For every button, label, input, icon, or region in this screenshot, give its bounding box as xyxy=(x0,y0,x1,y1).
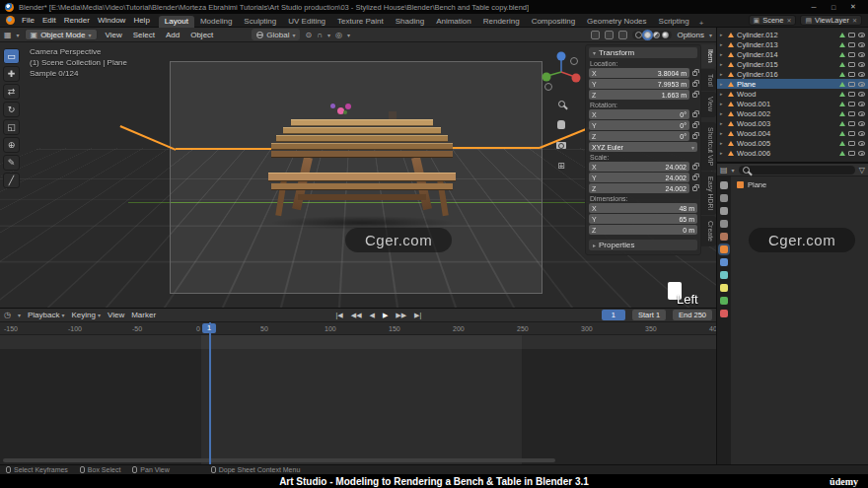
properties-search-field[interactable] xyxy=(739,166,855,174)
show-gizmo-toggle[interactable] xyxy=(591,31,600,39)
hide-in-viewport-icon[interactable] xyxy=(858,82,865,87)
outliner-row[interactable]: ▸Wood xyxy=(717,89,868,99)
outliner-row[interactable]: ▸Wood.002 xyxy=(717,108,868,118)
camera-view-icon[interactable] xyxy=(555,139,567,151)
select-box-tool[interactable]: ▭ xyxy=(3,48,20,64)
lock-icon[interactable] xyxy=(692,123,697,128)
outliner-row[interactable]: ▸Cylinder.015 xyxy=(717,59,868,69)
disable-in-render-icon[interactable] xyxy=(848,151,855,156)
add-workspace-button[interactable]: + xyxy=(695,19,708,28)
viewlayer-selector[interactable]: ▤ ViewLayer ✕ xyxy=(800,15,862,26)
frame-end-field[interactable]: End 250 xyxy=(673,310,712,320)
viewport-3d[interactable]: Camera Perspective (1) Scene Collection … xyxy=(0,42,716,308)
perspective-toggle-icon[interactable]: ⊞ xyxy=(555,160,567,172)
timeline-scrollbar[interactable] xyxy=(3,458,555,462)
cursor-tool[interactable]: ✚ xyxy=(3,66,20,82)
hide-in-viewport-icon[interactable] xyxy=(858,72,865,77)
disable-in-render-icon[interactable] xyxy=(848,62,855,67)
lock-icon[interactable] xyxy=(692,93,697,98)
timeline-editor-icon[interactable]: ◷ xyxy=(4,311,11,319)
lock-icon[interactable] xyxy=(692,186,697,191)
blender-app-icon[interactable] xyxy=(6,16,15,25)
hide-in-viewport-icon[interactable] xyxy=(858,121,865,126)
outliner-row-active[interactable]: ▸Plane xyxy=(717,79,868,89)
menu-select[interactable]: Select xyxy=(130,31,158,39)
options-label[interactable]: Options xyxy=(677,31,704,39)
sidebar-tab-view[interactable]: View xyxy=(701,92,716,116)
disable-in-render-icon[interactable] xyxy=(848,33,855,37)
navigation-gizmo[interactable] xyxy=(539,49,584,95)
menu-marker[interactable]: Marker xyxy=(131,311,156,319)
lock-icon[interactable] xyxy=(692,71,697,76)
menu-window[interactable]: Window xyxy=(94,16,129,25)
lock-icon[interactable] xyxy=(692,165,697,170)
rotation-z-field[interactable]: Z0° xyxy=(589,131,689,141)
dimension-x-field[interactable]: X48 m xyxy=(589,203,697,213)
object-properties-tab-icon[interactable] xyxy=(720,245,728,253)
menu-view[interactable]: View xyxy=(103,31,125,39)
disable-in-render-icon[interactable] xyxy=(848,92,855,97)
tab-modeling[interactable]: Modeling xyxy=(194,16,238,28)
show-overlays-toggle[interactable] xyxy=(605,31,614,39)
tab-compositing[interactable]: Compositing xyxy=(526,16,581,28)
maximize-icon[interactable]: □ xyxy=(824,0,843,14)
disable-in-render-icon[interactable] xyxy=(848,131,855,136)
disable-in-render-icon[interactable] xyxy=(848,102,855,106)
scene-properties-tab-icon[interactable] xyxy=(720,220,728,228)
outliner-row[interactable]: ▸Wood.003 xyxy=(717,118,868,128)
orientation-selector[interactable]: Global ▾ xyxy=(252,29,300,40)
rotate-tool[interactable]: ↻ xyxy=(3,102,20,117)
hide-in-viewport-icon[interactable] xyxy=(858,131,865,136)
disable-in-render-icon[interactable] xyxy=(848,82,855,87)
scale-tool[interactable]: ◱ xyxy=(3,119,20,135)
jump-to-end-button[interactable]: ▶| xyxy=(412,312,423,319)
pan-hand-icon[interactable] xyxy=(555,118,567,130)
outliner-row[interactable]: ▸Wood.004 xyxy=(717,128,868,138)
location-z-field[interactable]: Z1.663 m xyxy=(589,90,689,100)
material-properties-tab-icon[interactable] xyxy=(720,310,728,317)
hide-in-viewport-icon[interactable] xyxy=(858,33,865,37)
editor-type-icon[interactable]: ▦ xyxy=(4,31,12,39)
render-properties-tab-icon[interactable] xyxy=(720,181,728,189)
rotation-mode-dropdown[interactable]: XYZ Euler▾ xyxy=(589,142,697,152)
lock-icon[interactable] xyxy=(692,112,697,117)
snap-caret-icon[interactable]: ▾ xyxy=(327,32,330,38)
world-properties-tab-icon[interactable] xyxy=(720,233,728,241)
minimize-icon[interactable]: ─ xyxy=(804,0,824,14)
outliner-row[interactable]: ▸Cylinder.014 xyxy=(717,49,868,59)
wireframe-shading-icon[interactable] xyxy=(635,32,642,38)
play-reverse-button[interactable]: ◀ xyxy=(368,312,377,319)
properties-editor-icon[interactable]: ▤ xyxy=(720,166,728,174)
outliner-row[interactable]: ▸Cylinder.012 xyxy=(717,30,868,39)
outliner-row[interactable]: ▸Wood.006 xyxy=(717,148,868,158)
disable-in-render-icon[interactable] xyxy=(848,121,855,126)
viewlayer-properties-tab-icon[interactable] xyxy=(720,207,728,215)
sidebar-tab-shortcut-vip[interactable]: Shortcut VIP xyxy=(701,122,716,171)
play-button[interactable]: ▶ xyxy=(381,312,390,319)
scale-y-field[interactable]: Y24.002 xyxy=(589,173,689,182)
lock-icon[interactable] xyxy=(692,82,697,87)
current-frame-field[interactable]: 1 xyxy=(602,310,625,320)
move-tool[interactable]: ⇄ xyxy=(3,84,20,100)
disable-in-render-icon[interactable] xyxy=(848,111,855,116)
options-caret-icon[interactable]: ▾ xyxy=(709,32,712,38)
snap-magnet-icon[interactable]: ∩ xyxy=(317,31,323,39)
hide-in-viewport-icon[interactable] xyxy=(858,62,865,67)
current-frame-marker[interactable]: 1 xyxy=(202,323,216,333)
hide-in-viewport-icon[interactable] xyxy=(858,52,865,57)
tab-scripting[interactable]: Scripting xyxy=(653,16,695,28)
timeline-ruler[interactable]: -150 -100 -50 0 50 100 150 200 250 300 3… xyxy=(0,322,716,335)
tab-sculpting[interactable]: Sculpting xyxy=(238,16,282,28)
sidebar-tab-item[interactable]: Item xyxy=(701,44,716,68)
tab-shading[interactable]: Shading xyxy=(390,16,430,28)
previous-keyframe-button[interactable]: ◀◀ xyxy=(349,312,364,319)
tab-texture-paint[interactable]: Texture Paint xyxy=(331,16,390,28)
physics-properties-tab-icon[interactable] xyxy=(720,271,728,279)
data-properties-tab-icon[interactable] xyxy=(720,297,728,305)
menu-help[interactable]: Help xyxy=(129,16,153,25)
menu-object[interactable]: Object xyxy=(187,31,216,39)
tab-geometry-nodes[interactable]: Geometry Nodes xyxy=(581,16,652,28)
lock-icon[interactable] xyxy=(692,134,697,139)
outliner-row[interactable]: ▸Cylinder.013 xyxy=(717,39,868,49)
hide-in-viewport-icon[interactable] xyxy=(858,141,865,146)
